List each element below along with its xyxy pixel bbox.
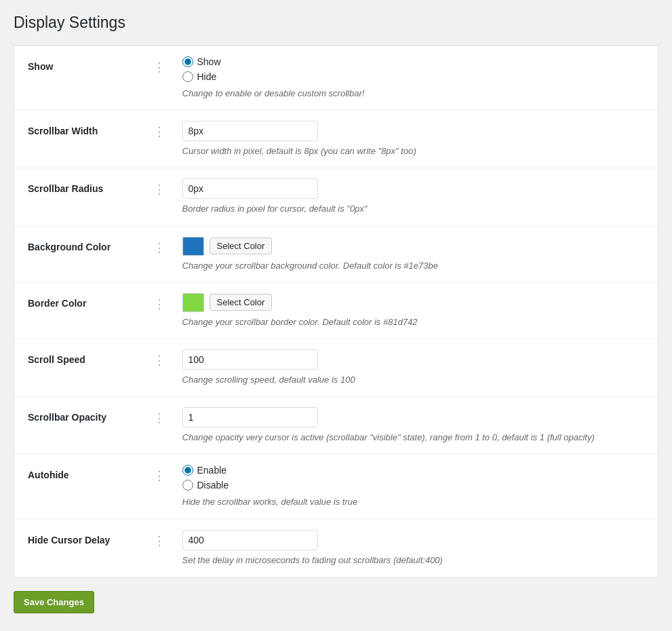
radio-input-show-hide[interactable] — [182, 71, 193, 82]
radio-label-show-hide[interactable]: Hide — [182, 71, 645, 82]
select-color-btn-border-color[interactable]: Select Color — [210, 294, 273, 311]
value-cell-scroll-speed: Change scrolling speed, default value is… — [169, 339, 658, 396]
hint-scrollbar-radius: Border radius in pixel for cursor, defau… — [182, 203, 645, 215]
radio-label-show-show[interactable]: Show — [182, 56, 645, 67]
radio-input-show-show[interactable] — [182, 56, 193, 67]
value-cell-scrollbar-opacity: Change opacity very cursor is active (sc… — [169, 397, 658, 455]
settings-row-show: Show⋮ShowHideChange to enable or desable… — [14, 46, 658, 111]
label-autohide: Autohide — [14, 455, 150, 519]
label-scrollbar-width: Scrollbar Width — [14, 111, 150, 168]
value-cell-background-color: Select ColorChange your scrollbar backgr… — [169, 226, 658, 282]
drag-handle-scrollbar-opacity[interactable]: ⋮ — [150, 397, 169, 455]
drag-handle-border-color[interactable]: ⋮ — [150, 282, 169, 339]
hint-autohide: Hide the scrollbar works, default value … — [182, 496, 645, 508]
label-hide-cursor-delay: Hide Cursor Delay — [14, 519, 150, 577]
text-input-scrollbar-radius[interactable] — [182, 178, 318, 199]
page-title: Display Settings — [14, 14, 658, 32]
color-swatch-border-color[interactable] — [182, 293, 204, 312]
color-swatch-background-color[interactable] — [182, 237, 204, 256]
drag-dots-icon: ⋮ — [153, 183, 165, 195]
drag-dots-icon: ⋮ — [153, 535, 165, 547]
value-cell-show: ShowHideChange to enable or desable cust… — [169, 46, 658, 111]
hint-scrollbar-opacity: Change opacity very cursor is active (sc… — [182, 432, 645, 444]
settings-row-scrollbar-radius: Scrollbar Radius⋮Border radius in pixel … — [14, 168, 658, 226]
hint-scroll-speed: Change scrolling speed, default value is… — [182, 374, 645, 386]
hint-background-color: Change your scrollbar background color. … — [182, 260, 645, 272]
label-scroll-speed: Scroll Speed — [14, 339, 150, 396]
settings-row-scrollbar-opacity: Scrollbar Opacity⋮Change opacity very cu… — [14, 397, 658, 455]
label-scrollbar-opacity: Scrollbar Opacity — [14, 397, 150, 455]
value-cell-scrollbar-width: Cursor width in pixel, default is 8px (y… — [169, 111, 658, 168]
drag-handle-show[interactable]: ⋮ — [150, 46, 169, 111]
radio-label-autohide-enable[interactable]: Enable — [182, 465, 645, 476]
drag-dots-icon: ⋮ — [153, 126, 165, 138]
value-cell-border-color: Select ColorChange your scrollbar border… — [169, 282, 658, 339]
settings-row-scroll-speed: Scroll Speed⋮Change scrolling speed, def… — [14, 339, 658, 396]
settings-row-autohide: Autohide⋮EnableDisableHide the scrollbar… — [14, 455, 658, 519]
drag-handle-hide-cursor-delay[interactable]: ⋮ — [150, 519, 169, 577]
radio-input-autohide-disable[interactable] — [182, 480, 193, 491]
radio-text-show-hide: Hide — [197, 71, 217, 82]
drag-dots-icon: ⋮ — [153, 412, 165, 424]
radio-label-autohide-disable[interactable]: Disable — [182, 480, 645, 491]
settings-row-background-color: Background Color⋮Select ColorChange your… — [14, 226, 658, 282]
value-cell-scrollbar-radius: Border radius in pixel for cursor, defau… — [169, 168, 658, 226]
hint-border-color: Change your scrollbar border color. Defa… — [182, 316, 645, 328]
hint-scrollbar-width: Cursor width in pixel, default is 8px (y… — [182, 145, 645, 157]
drag-handle-scrollbar-radius[interactable]: ⋮ — [150, 168, 169, 226]
settings-row-hide-cursor-delay: Hide Cursor Delay⋮Set the delay in micro… — [14, 519, 658, 577]
drag-handle-scroll-speed[interactable]: ⋮ — [150, 339, 169, 396]
radio-group-show: ShowHide — [182, 56, 645, 82]
drag-handle-autohide[interactable]: ⋮ — [150, 455, 169, 519]
hint-show: Change to enable or desable custom scrol… — [182, 88, 645, 100]
drag-handle-background-color[interactable]: ⋮ — [150, 226, 169, 282]
radio-group-autohide: EnableDisable — [182, 465, 645, 491]
drag-dots-icon: ⋮ — [153, 470, 165, 482]
drag-dots-icon: ⋮ — [153, 354, 165, 366]
text-input-hide-cursor-delay[interactable] — [182, 530, 318, 550]
label-border-color: Border Color — [14, 282, 150, 339]
drag-handle-scrollbar-width[interactable]: ⋮ — [150, 111, 169, 168]
drag-dots-icon: ⋮ — [153, 298, 165, 310]
color-row-border-color: Select Color — [182, 293, 645, 312]
text-input-scrollbar-width[interactable] — [182, 121, 318, 141]
save-button[interactable]: Save Changes — [14, 591, 94, 613]
radio-text-autohide-disable: Disable — [197, 480, 229, 491]
hint-hide-cursor-delay: Set the delay in microseconds to fading … — [182, 554, 645, 567]
settings-row-scrollbar-width: Scrollbar Width⋮Cursor width in pixel, d… — [14, 111, 658, 168]
select-color-btn-background-color[interactable]: Select Color — [210, 237, 273, 254]
text-input-scroll-speed[interactable] — [182, 349, 318, 370]
radio-input-autohide-enable[interactable] — [182, 465, 193, 476]
text-input-scrollbar-opacity[interactable] — [182, 407, 318, 427]
label-show: Show — [14, 46, 150, 111]
settings-row-border-color: Border Color⋮Select ColorChange your scr… — [14, 282, 658, 339]
label-scrollbar-radius: Scrollbar Radius — [14, 168, 150, 226]
drag-dots-icon: ⋮ — [153, 61, 165, 73]
drag-dots-icon: ⋮ — [153, 242, 165, 254]
radio-text-autohide-enable: Enable — [197, 465, 227, 476]
label-background-color: Background Color — [14, 226, 150, 282]
value-cell-autohide: EnableDisableHide the scrollbar works, d… — [169, 455, 658, 519]
color-row-background-color: Select Color — [182, 237, 645, 256]
radio-text-show-show: Show — [197, 56, 221, 67]
value-cell-hide-cursor-delay: Set the delay in microseconds to fading … — [169, 519, 658, 577]
settings-table: Show⋮ShowHideChange to enable or desable… — [14, 45, 658, 577]
